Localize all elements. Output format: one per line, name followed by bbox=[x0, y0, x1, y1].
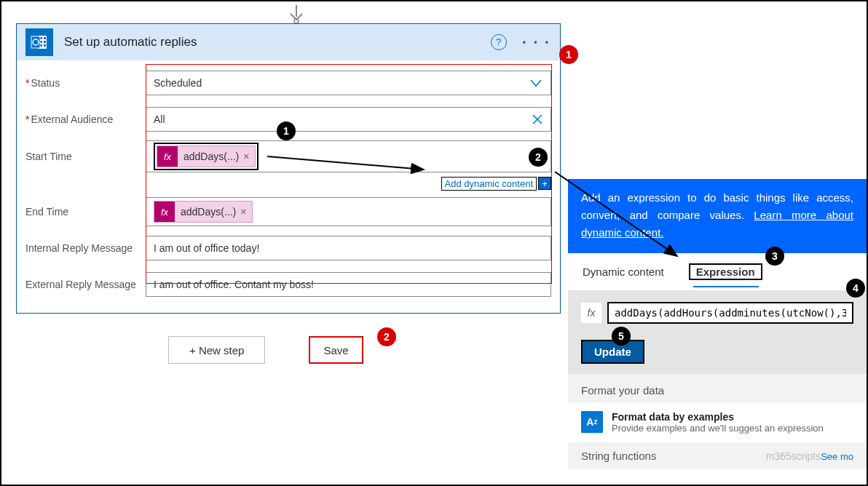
tab-expression-underline bbox=[693, 286, 759, 287]
internal-reply-input[interactable]: I am out of office today! bbox=[146, 236, 551, 260]
watermark: m365scripts bbox=[766, 450, 821, 462]
chevron-down-icon bbox=[529, 76, 543, 94]
chip-remove-icon[interactable]: × bbox=[243, 151, 249, 162]
outlook-icon bbox=[25, 28, 53, 56]
plus-icon[interactable]: + bbox=[538, 177, 551, 190]
status-label: *Status bbox=[25, 77, 146, 89]
external-audience-label: *External Audience bbox=[25, 113, 146, 125]
annotation-badge-3: 3 bbox=[765, 247, 784, 266]
annotation-badge-2: 2 bbox=[529, 148, 548, 167]
tab-dynamic-content[interactable]: Dynamic content bbox=[583, 266, 664, 278]
internal-reply-label: Internal Reply Message bbox=[25, 242, 146, 254]
external-reply-input[interactable]: I am out of office. Contant my boss! bbox=[146, 272, 551, 297]
see-more-link[interactable]: See mo bbox=[821, 451, 853, 462]
start-time-field[interactable]: fx addDays(...) × bbox=[146, 140, 551, 172]
string-functions-header: String functions bbox=[581, 450, 656, 462]
expression-input[interactable] bbox=[607, 302, 853, 324]
save-button[interactable]: Save bbox=[309, 336, 363, 364]
add-dynamic-content-link[interactable]: Add dynamic content bbox=[441, 177, 537, 191]
end-time-field[interactable]: fx addDays(...) × bbox=[146, 197, 551, 226]
chip-text: addDays(...) bbox=[184, 151, 239, 162]
status-value: Scheduled bbox=[154, 77, 202, 89]
external-reply-value: I am out of office. Contant my boss! bbox=[154, 279, 314, 290]
dynamic-content-panel: Add an expression to do basic things lik… bbox=[568, 179, 867, 469]
chip-text: addDays(...) bbox=[181, 206, 236, 218]
tab-expression[interactable]: Expression bbox=[689, 263, 762, 280]
format-subtitle: Provide examples and we'll suggest an ex… bbox=[612, 423, 824, 434]
end-time-label: End Time bbox=[25, 206, 146, 218]
fx-icon: fx bbox=[581, 303, 601, 323]
format-by-examples-item[interactable]: AZ Format data by examples Provide examp… bbox=[568, 402, 867, 442]
svg-rect-4 bbox=[44, 37, 46, 39]
expression-chip-end[interactable]: fx addDays(...) × bbox=[154, 201, 253, 223]
action-card: Set up automatic replies ? • • • *Status… bbox=[16, 23, 561, 314]
internal-reply-value: I am out of office today! bbox=[154, 242, 259, 254]
new-step-button[interactable]: + New step bbox=[168, 336, 265, 364]
panel-description: Add an expression to do basic things lik… bbox=[568, 179, 867, 253]
fx-icon: fx bbox=[157, 146, 178, 167]
expression-chip[interactable]: fx addDays(...) × bbox=[157, 146, 256, 167]
more-actions-icon[interactable]: • • • bbox=[523, 37, 551, 47]
annotation-badge-4: 4 bbox=[846, 279, 865, 298]
external-reply-label: External Reply Message bbox=[25, 279, 146, 290]
chip-remove-icon[interactable]: × bbox=[240, 206, 246, 218]
start-time-chip-highlight: fx addDays(...) × bbox=[154, 143, 259, 170]
annotation-badge-red-1: 1 bbox=[559, 45, 578, 64]
start-time-label: Start Time bbox=[25, 151, 146, 162]
svg-rect-8 bbox=[44, 44, 46, 47]
annotation-badge-5: 5 bbox=[612, 327, 631, 346]
annotation-badge-red-2: 2 bbox=[377, 327, 396, 346]
clear-icon[interactable] bbox=[532, 113, 543, 128]
external-audience-dropdown[interactable]: All bbox=[146, 107, 551, 132]
fx-icon: fx bbox=[154, 202, 175, 222]
external-audience-value: All bbox=[154, 113, 165, 125]
status-dropdown[interactable]: Scheduled bbox=[146, 71, 551, 95]
card-header[interactable]: Set up automatic replies ? • • • bbox=[17, 24, 560, 60]
update-button[interactable]: Update bbox=[581, 340, 644, 364]
card-title: Set up automatic replies bbox=[64, 35, 491, 49]
annotation-badge-1: 1 bbox=[277, 122, 296, 140]
format-section-header: Format your data bbox=[581, 384, 853, 397]
help-icon[interactable]: ? bbox=[491, 34, 507, 50]
format-title: Format data by examples bbox=[612, 411, 824, 423]
svg-rect-6 bbox=[44, 41, 46, 43]
format-icon: AZ bbox=[581, 411, 603, 433]
